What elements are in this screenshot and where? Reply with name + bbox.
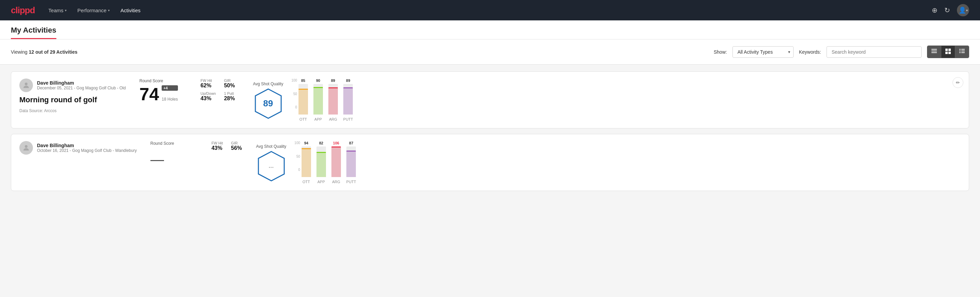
count-bold: 12 out of 29 Activities: [29, 49, 78, 55]
user-section: Dave Billingham December 05, 2021 - Gog …: [19, 78, 126, 121]
navbar-actions: ⊕ ↻ 👤 ▾: [932, 4, 969, 16]
fw-hit-stat: FW Hit 62%: [200, 78, 216, 89]
stats-section: Round Score FW Hit 43% GIR 56%: [150, 141, 961, 184]
view-list-detail-button[interactable]: [955, 46, 969, 58]
navbar: clippd Teams ▾ Performance ▾ Activities …: [0, 0, 980, 21]
activity-title: Morning round of golf: [19, 96, 126, 104]
svg-rect-9: [959, 51, 961, 51]
round-score-block: Round Score: [150, 141, 198, 161]
score-holes: 18 Holes: [162, 97, 178, 102]
svg-rect-0: [931, 49, 937, 50]
gir-stat: GIR 50%: [224, 78, 239, 89]
hexagon-value: ...: [269, 163, 274, 169]
user-name: Dave Billingham: [37, 143, 137, 148]
shot-quality-section: Avg Shot Quality ... 100: [256, 141, 961, 184]
bar-chart: 85 OTT 90: [299, 78, 353, 121]
user-section: Dave Billingham October 16, 2021 - Gog M…: [19, 141, 137, 184]
mini-stats: FW Hit 62% GIR 50% Up/Down 43% 1 Putt 28…: [200, 78, 239, 102]
svg-rect-1: [931, 51, 937, 51]
filter-bar: Viewing 12 out of 29 Activities Show: Al…: [0, 40, 980, 65]
activity-card: ✏ Dave Billingham December 05, 2021 - Go…: [11, 71, 969, 128]
svg-rect-4: [948, 49, 951, 51]
bar-group-ott: 85 OTT: [299, 78, 308, 121]
pencil-icon: ✏: [956, 80, 960, 85]
performance-chevron-icon: ▾: [108, 8, 110, 12]
round-score-block: Round Score 74 +4 18 Holes: [139, 78, 187, 103]
score-value: [150, 148, 164, 161]
view-grid-button[interactable]: [941, 46, 955, 58]
gir-stat: GIR 56%: [231, 141, 242, 151]
updown-stat: Up/Down 43%: [200, 91, 216, 102]
view-toggle: [927, 46, 969, 58]
chart-y-labels: 100 50 0: [291, 78, 297, 109]
svg-point-13: [25, 83, 27, 85]
avatar-chevron-icon: ▾: [966, 8, 968, 12]
hexagon-value: 89: [263, 98, 273, 109]
score-diff-badge: +4: [162, 85, 178, 91]
nav-activities[interactable]: Activities: [121, 8, 141, 13]
round-score-label: Round Score: [139, 78, 187, 83]
hexagon: 89: [255, 88, 282, 118]
user-date: December 05, 2021 - Gog Magog Golf Club …: [37, 86, 126, 90]
svg-rect-2: [931, 52, 937, 53]
bar-group-app: 90 APP: [313, 78, 323, 121]
svg-rect-10: [961, 51, 965, 51]
bar-group-putt: 87 PUTT: [346, 141, 356, 184]
list-detail-icon: [959, 49, 965, 55]
svg-rect-5: [945, 52, 948, 54]
search-input[interactable]: [827, 46, 921, 58]
avg-shot-quality-label: Avg Shot Quality: [256, 144, 286, 149]
user-avatar-button[interactable]: 👤 ▾: [957, 4, 969, 16]
shot-quality-section: Avg Shot Quality 89: [253, 78, 961, 121]
svg-rect-12: [961, 52, 965, 53]
svg-point-15: [25, 145, 27, 148]
nav-performance[interactable]: Performance ▾: [78, 8, 110, 13]
fw-hit-stat: FW Hit 43%: [212, 141, 223, 151]
score-value: 74: [139, 85, 159, 103]
teams-chevron-icon: ▾: [65, 8, 67, 12]
bar-group-app: 82 APP: [317, 141, 326, 184]
viewing-count-text: Viewing 12 out of 29 Activities: [11, 49, 708, 55]
list-compact-icon: [931, 49, 937, 55]
grid-icon: [945, 49, 951, 55]
stats-section: Round Score 74 +4 18 Holes FW Hit 62%: [139, 78, 961, 121]
keywords-label: Keywords:: [799, 49, 821, 55]
activity-card: Dave Billingham October 16, 2021 - Gog M…: [11, 134, 969, 191]
show-label: Show:: [714, 49, 727, 55]
add-icon[interactable]: ⊕: [932, 6, 937, 14]
bar-group-arg: 106 ARG: [331, 141, 341, 184]
bar-chart: 94 OTT 82: [302, 141, 356, 184]
activities-list: ✏ Dave Billingham December 05, 2021 - Go…: [0, 65, 980, 203]
mini-stats: FW Hit 43% GIR 56%: [212, 141, 242, 151]
user-name: Dave Billingham: [37, 80, 126, 86]
data-source: Data Source: Arccos: [19, 109, 126, 113]
avatar: [19, 78, 33, 92]
bar-group-ott: 94 OTT: [302, 141, 311, 184]
svg-rect-3: [945, 49, 948, 51]
svg-rect-11: [959, 52, 961, 53]
logo[interactable]: clippd: [11, 5, 35, 16]
bar-chart-container: 100 50 0 94: [294, 141, 356, 184]
nav-links: Teams ▾ Performance ▾ Activities: [49, 8, 918, 13]
view-list-compact-button[interactable]: [928, 46, 941, 58]
hexagon-container: 89: [253, 88, 283, 118]
page-title: My Activities: [11, 26, 56, 39]
activity-type-select-wrapper[interactable]: All Activity Types ▾: [732, 46, 794, 58]
svg-rect-7: [959, 49, 961, 50]
avatar: [19, 141, 33, 155]
edit-button[interactable]: ✏: [953, 77, 963, 88]
user-date: October 16, 2021 - Gog Magog Golf Club -…: [37, 148, 137, 153]
hexagon-container: ...: [256, 151, 286, 181]
hexagon: ...: [258, 151, 285, 181]
avg-shot-quality-label: Avg Shot Quality: [253, 81, 283, 86]
bar-group-putt: 89 PUTT: [343, 78, 353, 121]
svg-rect-8: [961, 49, 965, 50]
round-score-label: Round Score: [150, 141, 198, 146]
bar-chart-container: 100 50 0 85: [291, 78, 353, 121]
page-header: My Activities: [0, 21, 980, 40]
bar-group-arg: 89 ARG: [328, 78, 338, 121]
refresh-icon[interactable]: ↻: [944, 6, 950, 14]
nav-teams[interactable]: Teams ▾: [49, 8, 67, 13]
activity-type-select[interactable]: All Activity Types: [732, 46, 794, 58]
svg-rect-6: [948, 52, 951, 54]
